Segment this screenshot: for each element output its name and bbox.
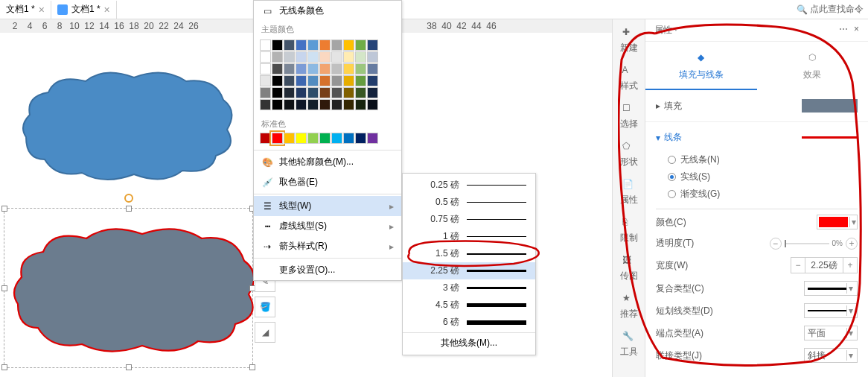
cloud-shape-selected[interactable] (4, 209, 254, 369)
color-swatch[interactable] (343, 99, 354, 110)
dash-combo[interactable]: ▾ (804, 303, 858, 318)
dash-style-option[interactable]: ┅ 虚线线型(S) ▸ (254, 216, 401, 236)
color-swatch[interactable] (284, 87, 295, 98)
sidenav-选择[interactable]: ☐选择 (620, 103, 638, 130)
color-swatch[interactable] (260, 63, 271, 75)
color-swatch[interactable] (319, 75, 331, 86)
close-icon[interactable]: × (104, 4, 110, 16)
tab-doc1[interactable]: 文档1 * × (0, 1, 51, 19)
color-swatch[interactable] (272, 51, 283, 63)
color-swatch[interactable] (319, 99, 331, 110)
sidenav-属性[interactable]: 📄属性 (620, 179, 638, 206)
tab-fill-line[interactable]: ◆ 填充与线条 (645, 48, 757, 90)
color-swatch[interactable] (272, 63, 283, 75)
cap-combo[interactable]: 平面▾ (804, 326, 858, 340)
color-picker-button[interactable]: ▾ (817, 215, 858, 229)
radio-solid-line[interactable]: 实线(S) (668, 168, 858, 186)
arrow-style-option[interactable]: ⇢ 箭头样式(R) ▸ (254, 236, 401, 256)
color-swatch[interactable] (296, 39, 307, 51)
radio-gradient-line[interactable]: 渐变线(G) (668, 186, 858, 203)
color-swatch[interactable] (355, 75, 366, 86)
resize-handle-nw[interactable] (1, 206, 7, 212)
width-option[interactable]: 0.5 磅 (403, 194, 535, 211)
color-swatch[interactable] (367, 63, 378, 75)
color-swatch[interactable] (284, 133, 295, 144)
color-swatch[interactable] (355, 133, 366, 144)
color-swatch[interactable] (343, 133, 354, 144)
color-swatch[interactable] (319, 63, 331, 75)
eyedropper-option[interactable]: 💉 取色器(E) (254, 172, 401, 192)
color-swatch[interactable] (319, 51, 331, 63)
resize-handle-w[interactable] (1, 285, 7, 291)
canvas[interactable] (0, 33, 253, 376)
color-swatch[interactable] (296, 75, 307, 86)
resize-handle-se[interactable] (249, 364, 255, 370)
resize-handle-sw[interactable] (1, 364, 7, 370)
color-swatch[interactable] (272, 87, 283, 98)
color-swatch[interactable] (319, 39, 331, 51)
color-swatch[interactable] (272, 133, 283, 144)
color-swatch[interactable] (284, 39, 295, 51)
color-swatch[interactable] (296, 51, 307, 63)
width-spinner[interactable]: − 2.25磅 + (791, 257, 858, 273)
resize-handle-n[interactable] (126, 206, 132, 212)
color-swatch[interactable] (355, 39, 366, 51)
tool-fill-icon[interactable]: 🪣 (255, 297, 275, 317)
sidenav-形状[interactable]: ⬠形状 (620, 141, 638, 168)
other-colors-option[interactable]: 🎨 其他轮廓颜色(M)... (254, 152, 401, 172)
fill-section-toggle[interactable]: ▸ 填充 (656, 96, 858, 115)
color-swatch[interactable] (260, 99, 271, 110)
color-swatch[interactable] (296, 87, 307, 98)
color-swatch[interactable] (284, 75, 295, 86)
color-swatch[interactable] (331, 51, 342, 63)
color-swatch[interactable] (343, 51, 354, 63)
resize-handle-s[interactable] (126, 364, 132, 370)
color-swatch[interactable] (272, 75, 283, 86)
width-option[interactable]: 1.5 磅 (403, 245, 535, 262)
tab-effects[interactable]: ⬡ 效果 (757, 48, 869, 90)
sidenav-工具[interactable]: 🔧工具 (620, 331, 638, 358)
more-settings-option[interactable]: 更多设置(O)... (254, 260, 401, 280)
color-swatch[interactable] (260, 133, 271, 144)
selected-shape-frame[interactable] (4, 208, 253, 368)
color-swatch[interactable] (272, 99, 283, 110)
color-swatch[interactable] (307, 39, 319, 51)
color-swatch[interactable] (307, 51, 319, 63)
color-swatch[interactable] (343, 39, 354, 51)
color-swatch[interactable] (367, 87, 378, 98)
help-search[interactable]: 🔍 点此查找命令 (797, 3, 864, 16)
color-swatch[interactable] (331, 99, 342, 110)
panel-menu-icon[interactable]: ⋯ (839, 24, 848, 34)
tool-outline-icon[interactable]: ◢ (255, 322, 275, 343)
color-swatch[interactable] (284, 63, 295, 75)
color-swatch[interactable] (331, 39, 342, 51)
color-swatch[interactable] (343, 87, 354, 98)
color-swatch[interactable] (307, 99, 319, 110)
width-option[interactable]: 1 磅 (403, 228, 535, 245)
width-option[interactable]: 0.25 磅 (403, 177, 535, 194)
color-swatch[interactable] (343, 63, 354, 75)
line-width-option[interactable]: ☰ 线型(W) ▸ (254, 196, 401, 216)
color-swatch[interactable] (367, 75, 378, 86)
color-swatch[interactable] (284, 51, 295, 63)
opacity-decrease[interactable]: − (770, 238, 782, 250)
color-swatch[interactable] (284, 99, 295, 110)
fill-preview[interactable] (802, 99, 858, 113)
width-option[interactable]: 0.75 磅 (403, 211, 535, 228)
rotate-handle[interactable] (124, 194, 133, 203)
color-swatch[interactable] (272, 39, 283, 51)
color-swatch[interactable] (260, 39, 271, 51)
color-swatch[interactable] (367, 39, 378, 51)
radio-no-line[interactable]: 无线条(N) (668, 151, 858, 168)
color-swatch[interactable] (355, 87, 366, 98)
sidenav-样式[interactable]: A样式 (620, 65, 638, 92)
color-swatch[interactable] (319, 87, 331, 98)
opacity-increase[interactable]: + (846, 238, 858, 250)
color-swatch[interactable] (367, 133, 378, 144)
color-swatch[interactable] (331, 87, 342, 98)
color-swatch[interactable] (260, 75, 271, 86)
line-section-toggle[interactable]: ▾ 线条 (656, 128, 858, 147)
sidenav-推荐[interactable]: ★推荐 (620, 293, 638, 320)
join-combo[interactable]: 斜接▾ (804, 348, 858, 363)
width-option[interactable]: 6 磅 (403, 314, 535, 331)
